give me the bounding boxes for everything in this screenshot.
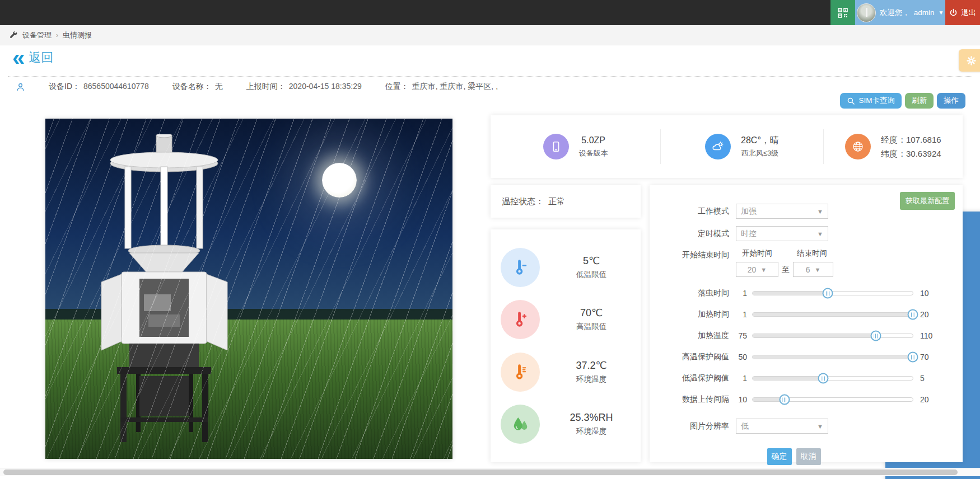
breadcrumb-separator: › [56,31,58,39]
slider-track[interactable] [752,355,913,359]
confirm-button[interactable]: 确定 [767,448,792,465]
slider-max: 5 [920,374,925,383]
thermometer-ambient-icon [501,353,540,392]
slider-max: 70 [920,353,929,361]
slider-min: 75 [734,331,747,340]
sim-query-button[interactable]: SIM卡查询 [840,93,902,109]
slider-row: 加热时间 1 20 [650,308,963,321]
resolution-label: 图片分辨率 [650,421,729,431]
dotted-divider [8,76,972,77]
avatar [857,3,876,22]
qr-code-button[interactable] [830,0,855,25]
temp-status-value: 正常 [548,196,565,207]
slider-thumb[interactable] [908,309,918,320]
settings-tab-button[interactable] [959,49,980,72]
globe-icon [845,134,871,159]
end-time-header: 结束时间 [792,248,832,259]
slider-max: 10 [920,289,929,298]
slider-track[interactable] [752,376,913,381]
logout-label: 退出 [961,8,976,18]
fetch-config-button[interactable]: 获取最新配置 [900,192,955,210]
form-actions: 确定 取消 [637,448,950,465]
work-mode-label: 工作模式 [650,206,729,217]
cancel-button[interactable]: 取消 [796,448,821,465]
start-time-header: 开始时间 [736,248,778,259]
logout-button[interactable]: 退出 [945,0,980,25]
slider-thumb[interactable] [818,373,828,384]
slider-thumb[interactable] [780,395,790,405]
chevron-down-icon: ▼ [817,231,823,237]
horizontal-scrollbar-thumb[interactable] [3,469,958,475]
end-time-select[interactable]: 6▼ [793,262,833,277]
device-id: 设备ID：865650044610778 [49,82,149,92]
breadcrumb: 设备管理 › 虫情测报 [0,25,980,45]
username: admin [914,8,935,17]
slider-track[interactable] [752,334,913,338]
slider-row: 加热温度 75 110 [650,329,963,342]
breadcrumb-item-devices[interactable]: 设备管理 [22,30,52,40]
sensor-label: 环境湿度 [542,425,641,438]
time-range-selects: 20▼ 至 6▼ [736,262,963,277]
cloud-sun-icon [705,134,731,159]
user-menu[interactable]: 欢迎您，admin ▼ [855,0,945,25]
config-form-card: 获取最新配置 工作模式 加强▼ 定时模式 时控▼ 开始结束时间 开始时间 结束时… [650,185,963,462]
slider-label: 数据上传间隔 [650,395,729,405]
timer-mode-row: 定时模式 时控▼ [650,226,963,241]
sensor-label: 环境温度 [542,373,641,386]
longitude: 经度：107.6816 [881,133,941,147]
humidity-drop-icon [501,405,540,444]
slider-row: 数据上传间隔 10 20 [650,393,963,406]
welcome-text: 欢迎您， [880,8,910,18]
qr-code-icon [837,7,848,18]
slider-row: 低温保护阈值 1 5 [650,372,963,385]
slider-track[interactable] [752,291,913,295]
back-button[interactable]: « 返回 [12,49,53,66]
slider-row: 高温保护阈值 50 70 [650,350,963,364]
slider-thumb[interactable] [871,331,881,341]
slider-max: 110 [920,331,932,340]
refresh-button[interactable]: 刷新 [905,93,934,109]
slider-row: 落虫时间 1 10 [650,287,963,300]
wrench-icon [9,31,18,40]
thermometer-low-icon [501,248,540,287]
resolution-row: 图片分辨率 低▼ [650,419,963,434]
slider-thumb[interactable] [823,288,833,299]
slider-label: 落虫时间 [650,288,729,298]
sensor-value: 5℃ [542,253,641,268]
device-version-label: 设备版本 [579,147,608,159]
slider-min: 1 [734,289,747,298]
to-label: 至 [782,265,790,275]
sensors-card: 5℃ 低温限值 70℃ 高温限值 37.2℃ 环境温度 [491,229,641,462]
work-mode-select[interactable]: 加强▼ [736,204,828,219]
device-version-block: 5.0ZP 设备版本 [491,134,660,159]
timer-mode-select[interactable]: 时控▼ [736,226,828,241]
time-range-headers: 开始时间 结束时间 [736,248,832,259]
sensor-value: 37.2℃ [542,358,641,373]
chevron-down-icon: ▼ [814,266,820,273]
chevron-down-icon: ▼ [817,423,823,430]
topbar: 欢迎您，admin ▼ 退出 [0,0,980,25]
power-icon [949,8,958,17]
start-time-select[interactable]: 20▼ [736,262,778,277]
slider-track[interactable] [752,312,913,317]
thermometer-high-icon [501,300,540,339]
page: 欢迎您，admin ▼ 退出 设备管理 › 虫情测报 « 返回 [0,0,980,479]
chevron-down-icon: ▼ [817,208,823,215]
list-item: 5℃ 低温限值 [491,248,641,287]
pest-trap-device [97,134,231,448]
operate-button[interactable]: 操作 [937,93,965,109]
weather-block: 28C°，晴 西北风≤3级 [661,134,823,159]
toolbar: 拍照 SIM卡查询 刷新 操作 [840,93,965,109]
device-info-row: 设备ID：865650044610778 设备名称：无 上报时间：2020-04… [16,82,498,92]
sensor-label: 高温限值 [542,320,641,334]
person-icon [16,82,25,92]
slider-min: 1 [734,310,747,319]
slider-label: 加热温度 [650,331,729,341]
summary-card: 5.0ZP 设备版本 28C°，晴 西北风≤3级 [491,115,963,178]
resolution-select[interactable]: 低▼ [736,419,828,434]
slider-track[interactable] [752,397,913,402]
weather-value: 28C°，晴 [741,134,779,147]
slider-thumb[interactable] [908,352,918,363]
temp-status-card: 温控状态： 正常 [491,185,641,218]
list-item: 70℃ 高温限值 [491,300,641,339]
